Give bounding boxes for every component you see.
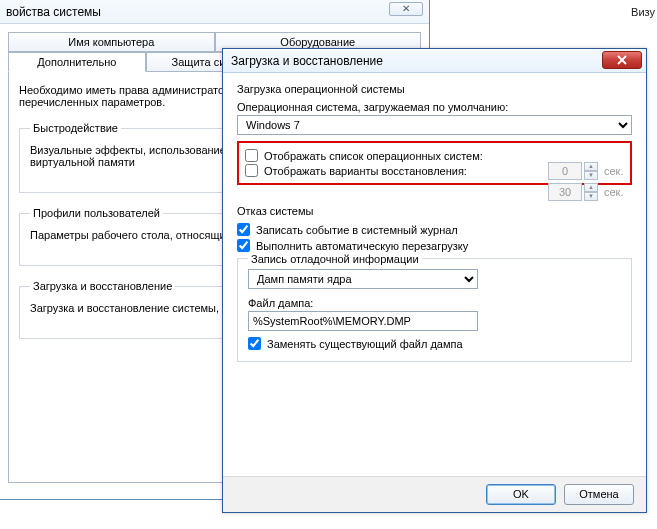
group-debug-title: Запись отладочной информации [248, 253, 422, 265]
window-controls: ✕ [389, 2, 423, 16]
close-icon [617, 55, 627, 65]
timeouts-column: ▲▼ сек. ▲▼ сек. [548, 159, 632, 204]
checkbox-show-recovery[interactable] [245, 164, 258, 177]
label-write-event: Записать событие в системный журнал [256, 224, 458, 236]
tab-advanced[interactable]: Дополнительно [8, 52, 146, 72]
dialog-title: Загрузка и восстановление [231, 54, 383, 68]
os-list-timeout-stepper: ▲▼ [584, 162, 598, 180]
dialog-footer: OK Отмена [223, 476, 646, 512]
checkbox-overwrite-dump[interactable] [248, 337, 261, 350]
window-title: войства системы [6, 5, 101, 19]
tab-computer-name[interactable]: Имя компьютера [8, 32, 215, 52]
dump-file-input[interactable] [248, 311, 478, 331]
default-os-select[interactable]: Windows 7 [237, 115, 632, 135]
dialog-cancel-button[interactable]: Отмена [564, 484, 634, 505]
checkbox-show-os-list[interactable] [245, 149, 258, 162]
group-startup-legend: Загрузка и восстановление [30, 280, 175, 292]
recovery-timeout [548, 183, 582, 201]
dialog-ok-button[interactable]: OK [486, 484, 556, 505]
failure-section-title: Отказ системы [237, 205, 632, 217]
label-auto-restart: Выполнить автоматическую перезагрузку [256, 240, 468, 252]
close-icon[interactable]: ✕ [389, 2, 423, 16]
checkbox-auto-restart[interactable] [237, 239, 250, 252]
label-show-recovery: Отображать варианты восстановления: [264, 165, 467, 177]
close-button[interactable] [602, 51, 642, 69]
dump-type-select[interactable]: Дамп памяти ядра [248, 269, 478, 289]
dialog-body: Загрузка операционной системы Операционн… [223, 73, 646, 512]
sec-label-1: сек. [604, 165, 632, 177]
boot-section-title: Загрузка операционной системы [237, 83, 632, 95]
label-overwrite-dump: Заменять существующий файл дампа [267, 338, 463, 350]
label-show-os-list: Отображать список операционных систем: [264, 150, 483, 162]
window-titlebar: войства системы ✕ [0, 0, 429, 24]
truncated-label: Визу [631, 6, 655, 18]
sec-label-2: сек. [604, 186, 632, 198]
recovery-timeout-stepper: ▲▼ [584, 183, 598, 201]
dialog-titlebar: Загрузка и восстановление [223, 49, 646, 73]
startup-recovery-dialog: Загрузка и восстановление Загрузка опера… [222, 48, 647, 513]
checkbox-write-event[interactable] [237, 223, 250, 236]
default-os-label: Операционная система, загружаемая по умо… [237, 101, 632, 113]
group-debug-info: Запись отладочной информации Дамп памяти… [237, 258, 632, 362]
group-profiles-legend: Профили пользователей [30, 207, 163, 219]
group-performance-legend: Быстродействие [30, 122, 121, 134]
dump-file-label: Файл дампа: [248, 297, 621, 309]
os-list-timeout [548, 162, 582, 180]
